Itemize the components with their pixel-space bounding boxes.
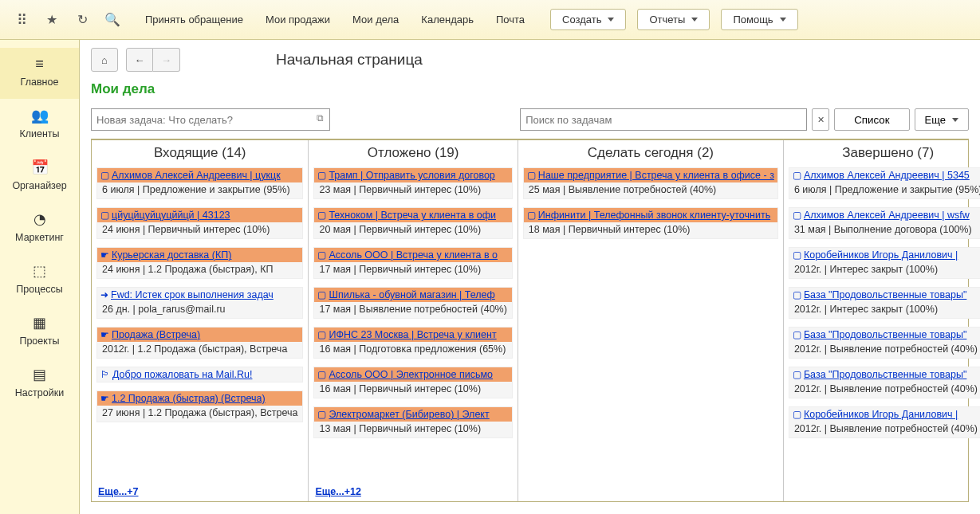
task-link[interactable]: Алхимов Алексей Андреевич | wsfw	[804, 210, 970, 221]
task-card[interactable]: ▢Коробейников Игорь Данилович |2012г. | …	[789, 247, 980, 279]
task-card[interactable]: ▢Ассоль ООО | Электронное письмо16 мая |…	[313, 367, 512, 398]
task-card-header: ▢Алхимов Алексей Андреевич | 5345	[789, 168, 980, 182]
task-card[interactable]: ▢База "Продовольственные товары"2012г. |…	[789, 327, 980, 359]
task-type-icon: ▢	[317, 249, 326, 261]
task-link[interactable]: Курьерская доставка (КП)	[112, 249, 231, 261]
task-card[interactable]: ☛Продажа (Встреча)2012г. | 1.2 Продажа (…	[96, 327, 303, 359]
menu-accept-request[interactable]: Принять обращение	[134, 0, 254, 40]
task-link[interactable]: Коробейников Игорь Данилович |	[804, 409, 958, 420]
more-button[interactable]: Еще	[915, 108, 969, 131]
task-card[interactable]: ▢Трамп | Отправить условия договор23 мая…	[313, 167, 512, 199]
create-button[interactable]: Создать	[550, 9, 626, 30]
menu-my-tasks[interactable]: Мои дела	[341, 0, 410, 40]
reports-button[interactable]: Отчеты	[637, 9, 710, 30]
column-more-link[interactable]: Еще...+12	[313, 484, 512, 500]
task-card[interactable]: ▢Наше предприятие | Встреча у клиента в …	[523, 167, 778, 199]
task-card-subtitle: 13 мая | Первичный интерес (10%)	[314, 422, 511, 437]
task-card[interactable]: ☛1.2 Продажа (быстрая) (Встреча)27 июня …	[96, 390, 303, 422]
flow-icon: ⬚	[0, 262, 79, 280]
task-card[interactable]: ▢База "Продовольственные товары"2012г. |…	[789, 367, 980, 398]
help-button[interactable]: Помощь	[721, 9, 797, 30]
task-link[interactable]: База "Продовольственные товары"	[804, 329, 966, 340]
kanban-column-title: Завершено (7)	[789, 140, 980, 167]
task-link[interactable]: Добро пожаловать на Mail.Ru!	[112, 369, 252, 380]
task-card-header: ▢Шпилька - обувной магазин | Телеф	[314, 288, 511, 302]
sidebar-item-marketing[interactable]: ◔Маркетинг	[0, 202, 79, 254]
history-icon[interactable]: ↻	[67, 5, 97, 35]
task-link[interactable]: Алхимов Алексей Андреевич | 5345	[804, 170, 970, 181]
task-card-subtitle: 2012г. | Интерес закрыт (100%)	[789, 262, 980, 278]
help-button-label: Помощь	[733, 14, 773, 26]
task-link[interactable]: Электромаркет (Бибирево) | Элект	[329, 409, 489, 420]
expand-icon[interactable]: ⧉	[313, 112, 327, 124]
home-button[interactable]: ⌂	[91, 48, 118, 72]
task-link[interactable]: Наше предприятие | Встреча у клиента в о…	[538, 170, 774, 181]
menu-icon: ≡	[0, 56, 79, 73]
task-card[interactable]: ▢Техноком | Встреча у клиента в офи20 ма…	[313, 207, 512, 239]
task-card[interactable]: ☛Курьерская доставка (КП)24 июня | 1.2 П…	[96, 247, 303, 279]
task-card[interactable]: ▢Коробейников Игорь Данилович |2012г. | …	[789, 406, 980, 438]
kanban-column: Сделать сегодня (2)▢Наше предприятие | В…	[518, 140, 784, 501]
task-link[interactable]: Fwd: Истек срок выполнения задач	[111, 289, 274, 300]
sidebar-item-organizer[interactable]: 📅Органайзер	[0, 151, 79, 202]
task-link[interactable]: 1.2 Продажа (быстрая) (Встреча)	[112, 393, 266, 404]
task-card-subtitle: 6 июля | Предложение и закрытие (95%)	[97, 182, 302, 198]
task-type-icon: ▢	[317, 329, 326, 340]
task-link[interactable]: ИФНС 23 Москва | Встреча у клиент	[329, 329, 496, 340]
chevron-down-icon	[608, 18, 614, 22]
task-card-header: ☛1.2 Продажа (быстрая) (Встреча)	[97, 391, 302, 406]
sidebar-item-processes[interactable]: ⬚Процессы	[0, 254, 79, 306]
top-menu: Принять обращение Мои продажи Мои дела К…	[134, 0, 536, 40]
menu-calendar[interactable]: Календарь	[410, 0, 485, 40]
search-icon[interactable]: 🔍	[97, 5, 128, 35]
task-card-header: ▢Ассоль ООО | Электронное письмо	[314, 367, 511, 382]
task-card[interactable]: ▢База "Продовольственные товары"2012г. |…	[789, 287, 980, 319]
task-card-header: ☛Продажа (Встреча)	[97, 328, 302, 342]
task-link[interactable]: Трамп | Отправить условия договор	[329, 170, 494, 181]
task-card[interactable]: ▢Электромаркет (Бибирево) | Элект13 мая …	[313, 406, 512, 438]
task-card-header: ▢Алхимов Алексей Андреевич | wsfw	[789, 208, 980, 222]
task-link[interactable]: Инфинити | Телефонный звонок клиенту-уто…	[538, 210, 770, 221]
task-card[interactable]: ▢Алхимов Алексей Андреевич | 53456 июля …	[789, 167, 980, 199]
task-card[interactable]: ▢Алхимов Алексей Андреевич | wsfw31 мая …	[789, 207, 980, 239]
task-link[interactable]: База "Продовольственные товары"	[804, 289, 966, 300]
forward-button[interactable]: →	[153, 48, 180, 72]
new-task-input[interactable]	[91, 108, 330, 131]
task-card[interactable]: ▢Инфинити | Телефонный звонок клиенту-ут…	[523, 207, 778, 239]
column-more-link[interactable]: Еще...+7	[96, 484, 303, 500]
sidebar-item-main[interactable]: ≡Главное	[0, 48, 79, 99]
task-link[interactable]: Ассоль ООО | Встреча у клиента в о	[329, 249, 498, 261]
task-card[interactable]: ▢Алхимов Алексей Андреевич | цукцк6 июля…	[96, 167, 303, 199]
task-link[interactable]: Шпилька - обувной магазин | Телеф	[329, 289, 494, 300]
task-card[interactable]: ▢цйуцйцуйцуцййцй | 4312324 июня | Первич…	[96, 207, 303, 239]
task-link[interactable]: Ассоль ООО | Электронное письмо	[329, 369, 493, 380]
sidebar-item-label: Проекты	[19, 335, 59, 347]
menu-my-sales[interactable]: Мои продажи	[254, 0, 341, 40]
apps-icon[interactable]: ⠿	[6, 5, 37, 35]
calendar-icon: 📅	[0, 159, 79, 176]
search-tasks-input[interactable]	[520, 108, 807, 131]
task-link[interactable]: База "Продовольственные товары"	[804, 369, 966, 380]
task-link[interactable]: Продажа (Встреча)	[112, 329, 200, 340]
sidebar-item-projects[interactable]: ▦Проекты	[0, 306, 79, 358]
sidebar-item-settings[interactable]: ▤Настройки	[0, 358, 79, 410]
kanban-cards: ▢Наше предприятие | Встреча у клиента в …	[523, 167, 778, 500]
clear-search-button[interactable]: ✕	[812, 108, 829, 131]
task-card[interactable]: ▢ИФНС 23 Москва | Встреча у клиент16 мая…	[313, 327, 512, 359]
task-card[interactable]: 🏳Добро пожаловать на Mail.Ru!	[96, 367, 303, 383]
back-button[interactable]: ←	[126, 48, 153, 72]
task-link[interactable]: цйуцйцуйцуцййцй | 43123	[112, 210, 230, 221]
list-button[interactable]: Список	[834, 108, 909, 131]
chart-icon: ▦	[0, 314, 79, 332]
sidebar-item-clients[interactable]: 👥Клиенты	[0, 99, 79, 151]
task-link[interactable]: Алхимов Алексей Андреевич | цукцк	[112, 170, 281, 181]
task-card[interactable]: ▢Шпилька - обувной магазин | Телеф17 мая…	[313, 287, 512, 319]
task-link[interactable]: Коробейников Игорь Данилович |	[804, 249, 958, 261]
task-type-icon: ▢	[793, 170, 801, 181]
task-card[interactable]: ▢Ассоль ООО | Встреча у клиента в о17 ма…	[313, 247, 512, 279]
menu-mail[interactable]: Почта	[485, 0, 536, 40]
task-link[interactable]: Техноком | Встреча у клиента в офи	[329, 210, 496, 221]
star-icon[interactable]: ★	[37, 5, 67, 35]
task-card[interactable]: ➜Fwd: Истек срок выполнения задач26 дн. …	[96, 287, 303, 319]
task-card-header: ▢ИФНС 23 Москва | Встреча у клиент	[314, 328, 511, 342]
